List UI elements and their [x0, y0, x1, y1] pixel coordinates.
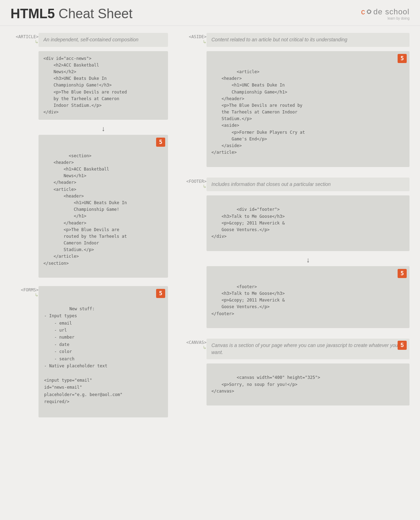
- canvas-code-box: <canvas width="400" height="325"> <p>Sor…: [206, 363, 410, 405]
- footer-tag: <FOOTER>: [178, 179, 206, 184]
- arrow-down-article: ↓: [38, 125, 168, 133]
- html5-badge-canvas: 5: [398, 341, 407, 350]
- forms-label-area: <FORMS> ↳: [10, 286, 38, 298]
- logo-text: c⭘de school: [361, 7, 410, 16]
- article-content: An independent, self-contained compositi…: [38, 33, 168, 283]
- arrow-down-footer: ↓: [206, 256, 410, 264]
- article-section: <ARTICLE> ↳ An independent, self-contain…: [10, 33, 168, 283]
- page-header: HTML5 Cheat Sheet c⭘de school learn by d…: [0, 0, 420, 26]
- page-title: HTML5 Cheat Sheet: [10, 6, 132, 21]
- footer-code-before: <div id="footer"> <h3>Talk to Me Goose</…: [206, 195, 410, 251]
- article-code-after: 5 <section> <header> <h1>ACC Basketball …: [38, 135, 168, 278]
- html5-badge-footer: 5: [398, 269, 407, 278]
- title-html5: HTML5: [10, 6, 58, 21]
- footer-label-area: <FOOTER> ↳: [178, 178, 206, 189]
- article-desc-box: An independent, self-contained compositi…: [38, 33, 168, 47]
- forms-text: New stuff: - Input types - email - url -…: [44, 306, 122, 404]
- aside-tag: <ASIDE>: [178, 34, 206, 39]
- article-code-before: <div id="acc-news"> <h2>ACC Basketball N…: [38, 51, 168, 120]
- canvas-description: Canvas is a section of your page where y…: [211, 342, 398, 355]
- aside-content: Content related to an article but not cr…: [206, 33, 410, 172]
- left-column: <ARTICLE> ↳ An independent, self-contain…: [0, 26, 175, 426]
- canvas-section: <CANVAS> ↳ 5 Canvas is a section of your…: [178, 339, 410, 410]
- canvas-content: 5 Canvas is a section of your page where…: [206, 339, 410, 410]
- article-tag: <ARTICLE>: [10, 34, 38, 39]
- html5-badge-aside: 5: [398, 54, 407, 63]
- article-tag-arrow: ↳: [10, 39, 38, 44]
- footer-content: Includes information that closes out a p…: [206, 178, 410, 333]
- logo-tagline: learn by doing: [361, 16, 410, 20]
- aside-tag-arrow: ↳: [178, 39, 206, 44]
- canvas-tag-arrow: ↳: [178, 345, 206, 350]
- article-description: An independent, self-contained compositi…: [43, 37, 139, 42]
- main-content: <ARTICLE> ↳ An independent, self-contain…: [0, 26, 420, 426]
- forms-content: 5 New stuff: - Input types - email - url…: [38, 286, 168, 417]
- canvas-desc-box: 5 Canvas is a section of your page where…: [206, 339, 410, 359]
- forms-tag-arrow: ↳: [10, 292, 38, 298]
- logo: c⭘de school learn by doing: [361, 7, 410, 20]
- aside-desc-box: Content related to an article but not cr…: [206, 33, 410, 47]
- footer-tag-arrow: ↳: [178, 184, 206, 189]
- title-cheatsheet: Cheat Sheet: [58, 6, 132, 21]
- forms-tag: <FORMS>: [10, 287, 38, 292]
- aside-section: <ASIDE> ↳ Content related to an article …: [178, 33, 410, 172]
- aside-code-box: 5 <article> <header> <h1>UNC Beats Duke …: [206, 51, 410, 167]
- html5-badge-article: 5: [156, 138, 165, 147]
- footer-section: <FOOTER> ↳ Includes information that clo…: [178, 178, 410, 333]
- aside-description: Content related to an article but not cr…: [211, 37, 347, 42]
- logo-name: de school: [373, 7, 410, 16]
- footer-desc-box: Includes information that closes out a p…: [206, 178, 410, 192]
- footer-description: Includes information that closes out a p…: [211, 181, 331, 187]
- forms-code-box: 5 New stuff: - Input types - email - url…: [38, 286, 168, 417]
- footer-code-after: 5 <footer> <h3>Talk to Me Goose</h3> <p>…: [206, 266, 410, 328]
- forms-section: <FORMS> ↳ 5 New stuff: - Input types - e…: [10, 286, 168, 417]
- right-column: <ASIDE> ↳ Content related to an article …: [175, 26, 420, 426]
- logo-code: c: [361, 7, 365, 16]
- article-label-area: <ARTICLE> ↳: [10, 33, 38, 44]
- canvas-tag: <CANVAS>: [178, 340, 206, 345]
- canvas-label-area: <CANVAS> ↳: [178, 339, 206, 350]
- aside-label-area: <ASIDE> ↳: [178, 33, 206, 44]
- html5-badge-forms: 5: [156, 289, 165, 298]
